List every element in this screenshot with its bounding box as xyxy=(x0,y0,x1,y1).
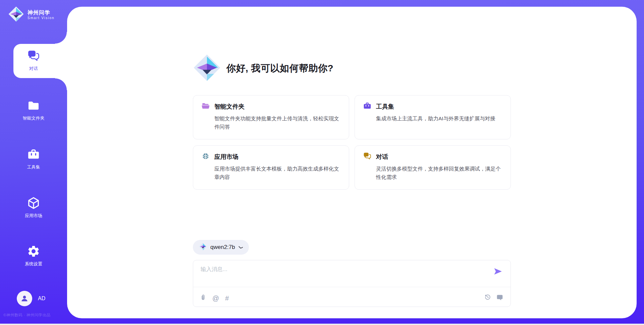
app-background: 神州问学 Smart Vision 对话 智能文件夹 xyxy=(0,0,644,324)
sidebar-item-label: 对话 xyxy=(29,66,38,72)
card-description: 灵活切换多模型文件，支持多样回复效果调试，满足个性化需求 xyxy=(376,165,502,182)
model-name: qwen2:7b xyxy=(210,244,235,251)
card-title: 工具集 xyxy=(376,103,394,111)
sidebar-item-label: 应用市场 xyxy=(25,213,42,219)
card-title: 智能文件夹 xyxy=(214,103,245,111)
user-account[interactable]: AD xyxy=(17,291,45,306)
sidebar-item-label: 工具集 xyxy=(27,164,40,170)
card-description: 智能文件夹功能支持批量文件上传与清洗，轻松实现文件问答 xyxy=(214,115,341,131)
card-title: 应用市场 xyxy=(214,153,238,161)
card-toolset[interactable]: 工具集 集成市场上主流工具，助力AI与外界无缝扩展与对接 xyxy=(355,95,511,139)
sidebar-item-toolset[interactable]: 工具集 xyxy=(0,148,67,170)
cube-icon xyxy=(27,196,40,210)
brand-subtitle: Smart Vision xyxy=(28,16,55,20)
folder-icon xyxy=(27,99,40,112)
sidebar-item-settings[interactable]: 系统设置 xyxy=(0,245,67,267)
message-composer: @ # xyxy=(193,260,511,307)
page-bottom-strip xyxy=(0,324,644,325)
attachment-paperclip-icon[interactable] xyxy=(200,294,206,302)
avatar xyxy=(17,291,32,306)
gear-icon xyxy=(27,245,40,258)
active-tab-curve-bottom xyxy=(55,78,67,90)
sidebar-item-app-market[interactable]: 应用市场 xyxy=(0,196,67,219)
model-logo-diamond-icon xyxy=(199,243,207,252)
greeting-title: 你好, 我可以如何帮助你? xyxy=(226,62,333,75)
card-description: 集成市场上主流工具，助力AI与外界无缝扩展与对接 xyxy=(376,115,502,123)
user-initials: AD xyxy=(38,296,45,302)
card-title: 对话 xyxy=(376,153,388,161)
folder-open-icon xyxy=(201,102,210,112)
sidebar-item-smart-folder[interactable]: 智能文件夹 xyxy=(0,99,67,121)
toolbox-icon xyxy=(27,148,40,161)
composer-divider xyxy=(193,287,511,287)
card-smart-folder[interactable]: 智能文件夹 智能文件夹功能支持批量文件上传与清洗，轻松实现文件问答 xyxy=(193,95,349,139)
greeting-row: 你好, 我可以如何帮助你? xyxy=(193,54,511,83)
topic-hash-icon[interactable]: # xyxy=(225,295,229,302)
brand-name: 神州问学 xyxy=(28,9,55,16)
sidebar-item-label: 智能文件夹 xyxy=(23,115,45,121)
card-app-market[interactable]: 应用市场 应用市场提供丰富长文本模板，助力高效生成多样化文章内容 xyxy=(193,145,349,190)
chat-icon xyxy=(363,152,372,162)
assistant-logo-diamond-icon xyxy=(193,54,221,83)
send-icon[interactable] xyxy=(494,268,502,275)
brand: 神州问学 Smart Vision xyxy=(8,6,55,23)
cube-grid-icon xyxy=(201,152,210,162)
message-bubble-icon[interactable] xyxy=(496,294,503,302)
brand-logo-diamond-icon xyxy=(8,6,24,23)
sidebar-item-label: 系统设置 xyxy=(25,261,42,267)
chat-icon xyxy=(27,49,40,63)
chevron-down-icon xyxy=(238,244,243,250)
history-icon[interactable] xyxy=(484,294,491,302)
mention-at-icon[interactable]: @ xyxy=(212,295,219,302)
sidebar-item-chat[interactable]: 对话 xyxy=(0,49,67,72)
active-tab-curve-top xyxy=(55,32,67,44)
feature-cards: 智能文件夹 智能文件夹功能支持批量文件上传与清洗，轻松实现文件问答 xyxy=(193,95,511,190)
copyright-text: ©神州数码 · 神州问学出品 xyxy=(3,313,51,318)
card-chat[interactable]: 对话 灵活切换多模型文件，支持多样回复效果调试，满足个性化需求 xyxy=(355,145,511,190)
message-input[interactable] xyxy=(200,265,483,286)
card-description: 应用市场提供丰富长文本模板，助力高效生成多样化文章内容 xyxy=(214,165,341,182)
toolbox-icon xyxy=(363,102,372,112)
model-selector[interactable]: qwen2:7b xyxy=(193,240,249,255)
